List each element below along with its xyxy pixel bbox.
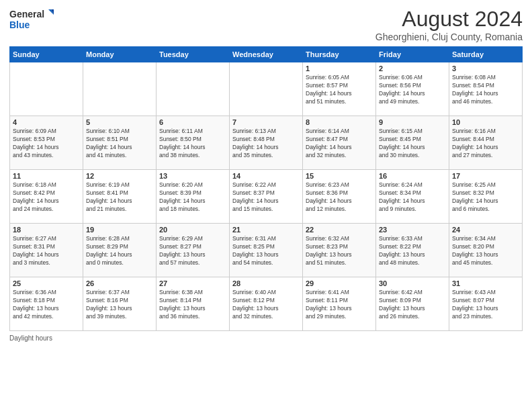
location: Gheorghieni, Cluj County, Romania [375,32,523,42]
day-number: 15 [306,172,373,180]
calendar-table: SundayMondayTuesdayWednesdayThursdayFrid… [9,46,523,331]
logo: General Blue [9,7,56,32]
calendar-cell: 1Sunrise: 6:05 AM Sunset: 8:57 PM Daylig… [303,62,376,116]
calendar-cell: 28Sunrise: 6:40 AM Sunset: 8:12 PM Dayli… [230,277,303,331]
day-detail: Sunrise: 6:33 AM Sunset: 8:22 PM Dayligh… [379,235,446,267]
day-detail: Sunrise: 6:19 AM Sunset: 8:41 PM Dayligh… [86,181,153,214]
logo-svg: General Blue [9,7,56,32]
calendar-cell [157,62,230,116]
day-number: 5 [86,118,153,126]
svg-text:General: General [9,9,44,19]
day-detail: Sunrise: 6:25 AM Sunset: 8:32 PM Dayligh… [452,181,519,214]
calendar-cell: 12Sunrise: 6:19 AM Sunset: 8:41 PM Dayli… [83,170,157,224]
col-header-monday: Monday [83,47,157,62]
svg-text:Blue: Blue [9,19,30,30]
page-header: General Blue August 2024 Gheorghieni, Cl… [9,7,523,42]
calendar-cell: 10Sunrise: 6:16 AM Sunset: 8:44 PM Dayli… [449,116,523,170]
footer: Daylight hours [9,334,523,342]
col-header-friday: Friday [376,47,449,62]
day-detail: Sunrise: 6:08 AM Sunset: 8:54 PM Dayligh… [452,74,519,106]
day-detail: Sunrise: 6:05 AM Sunset: 8:57 PM Dayligh… [306,74,373,106]
day-detail: Sunrise: 6:14 AM Sunset: 8:47 PM Dayligh… [306,128,373,160]
calendar-cell: 3Sunrise: 6:08 AM Sunset: 8:54 PM Daylig… [449,62,523,116]
day-detail: Sunrise: 6:40 AM Sunset: 8:12 PM Dayligh… [232,289,300,321]
day-detail: Sunrise: 6:20 AM Sunset: 8:39 PM Dayligh… [159,181,226,214]
day-detail: Sunrise: 6:28 AM Sunset: 8:29 PM Dayligh… [86,235,153,267]
calendar-header-row: SundayMondayTuesdayWednesdayThursdayFrid… [10,47,523,62]
day-number: 6 [159,118,226,126]
col-header-thursday: Thursday [303,47,376,62]
col-header-sunday: Sunday [10,47,83,62]
calendar-cell: 21Sunrise: 6:31 AM Sunset: 8:25 PM Dayli… [230,224,303,277]
col-header-wednesday: Wednesday [230,47,303,62]
day-number: 4 [13,118,80,126]
day-number: 27 [159,279,226,287]
calendar-cell: 22Sunrise: 6:32 AM Sunset: 8:23 PM Dayli… [303,224,376,277]
day-number: 3 [452,64,519,73]
day-detail: Sunrise: 6:09 AM Sunset: 8:53 PM Dayligh… [13,128,80,160]
day-number: 9 [379,118,446,126]
day-detail: Sunrise: 6:22 AM Sunset: 8:37 PM Dayligh… [232,181,300,214]
calendar-cell: 14Sunrise: 6:22 AM Sunset: 8:37 PM Dayli… [230,170,303,224]
calendar-cell: 31Sunrise: 6:43 AM Sunset: 8:07 PM Dayli… [449,277,523,331]
day-number: 1 [306,64,373,73]
day-number: 26 [86,279,153,287]
day-number: 29 [306,279,373,287]
daylight-label: Daylight hours [9,334,52,342]
calendar-cell: 13Sunrise: 6:20 AM Sunset: 8:39 PM Dayli… [157,170,230,224]
day-detail: Sunrise: 6:11 AM Sunset: 8:50 PM Dayligh… [159,128,226,160]
col-header-saturday: Saturday [449,47,523,62]
calendar-cell: 4Sunrise: 6:09 AM Sunset: 8:53 PM Daylig… [10,116,83,170]
day-detail: Sunrise: 6:42 AM Sunset: 8:09 PM Dayligh… [379,289,446,321]
day-number: 13 [159,172,226,180]
day-number: 8 [306,118,373,126]
day-detail: Sunrise: 6:18 AM Sunset: 8:42 PM Dayligh… [13,181,80,214]
day-detail: Sunrise: 6:31 AM Sunset: 8:25 PM Dayligh… [232,235,300,267]
day-number: 17 [452,172,519,180]
calendar-cell: 15Sunrise: 6:23 AM Sunset: 8:36 PM Dayli… [303,170,376,224]
calendar-cell: 19Sunrise: 6:28 AM Sunset: 8:29 PM Dayli… [83,224,157,277]
calendar-cell: 26Sunrise: 6:37 AM Sunset: 8:16 PM Dayli… [83,277,157,331]
calendar-week-5: 25Sunrise: 6:36 AM Sunset: 8:18 PM Dayli… [10,277,523,331]
calendar-cell: 20Sunrise: 6:29 AM Sunset: 8:27 PM Dayli… [157,224,230,277]
calendar-cell [83,62,157,116]
calendar-cell: 29Sunrise: 6:41 AM Sunset: 8:11 PM Dayli… [303,277,376,331]
calendar-cell: 6Sunrise: 6:11 AM Sunset: 8:50 PM Daylig… [157,116,230,170]
calendar-page: General Blue August 2024 Gheorghieni, Cl… [0,0,532,411]
day-number: 25 [13,279,80,287]
day-number: 19 [86,226,153,234]
calendar-cell: 7Sunrise: 6:13 AM Sunset: 8:48 PM Daylig… [230,116,303,170]
calendar-cell: 9Sunrise: 6:15 AM Sunset: 8:45 PM Daylig… [376,116,449,170]
day-number: 14 [232,172,300,180]
calendar-cell: 18Sunrise: 6:27 AM Sunset: 8:31 PM Dayli… [10,224,83,277]
calendar-cell: 23Sunrise: 6:33 AM Sunset: 8:22 PM Dayli… [376,224,449,277]
day-number: 18 [13,226,80,234]
day-detail: Sunrise: 6:32 AM Sunset: 8:23 PM Dayligh… [306,235,373,267]
day-number: 28 [232,279,300,287]
day-detail: Sunrise: 6:10 AM Sunset: 8:51 PM Dayligh… [86,128,153,160]
calendar-cell [230,62,303,116]
day-detail: Sunrise: 6:23 AM Sunset: 8:36 PM Dayligh… [306,181,373,214]
calendar-cell: 11Sunrise: 6:18 AM Sunset: 8:42 PM Dayli… [10,170,83,224]
day-detail: Sunrise: 6:13 AM Sunset: 8:48 PM Dayligh… [232,128,300,160]
calendar-week-2: 4Sunrise: 6:09 AM Sunset: 8:53 PM Daylig… [10,116,523,170]
calendar-cell: 5Sunrise: 6:10 AM Sunset: 8:51 PM Daylig… [83,116,157,170]
day-number: 22 [306,226,373,234]
calendar-cell: 8Sunrise: 6:14 AM Sunset: 8:47 PM Daylig… [303,116,376,170]
calendar-cell: 25Sunrise: 6:36 AM Sunset: 8:18 PM Dayli… [10,277,83,331]
day-number: 23 [379,226,446,234]
calendar-cell [10,62,83,116]
day-number: 31 [452,279,519,287]
day-detail: Sunrise: 6:24 AM Sunset: 8:34 PM Dayligh… [379,181,446,214]
calendar-cell: 30Sunrise: 6:42 AM Sunset: 8:09 PM Dayli… [376,277,449,331]
day-detail: Sunrise: 6:41 AM Sunset: 8:11 PM Dayligh… [306,289,373,321]
day-number: 7 [232,118,300,126]
col-header-tuesday: Tuesday [157,47,230,62]
day-detail: Sunrise: 6:27 AM Sunset: 8:31 PM Dayligh… [13,235,80,267]
calendar-week-4: 18Sunrise: 6:27 AM Sunset: 8:31 PM Dayli… [10,224,523,277]
calendar-week-1: 1Sunrise: 6:05 AM Sunset: 8:57 PM Daylig… [10,62,523,116]
day-number: 16 [379,172,446,180]
day-number: 11 [13,172,80,180]
calendar-cell: 27Sunrise: 6:38 AM Sunset: 8:14 PM Dayli… [157,277,230,331]
day-number: 30 [379,279,446,287]
